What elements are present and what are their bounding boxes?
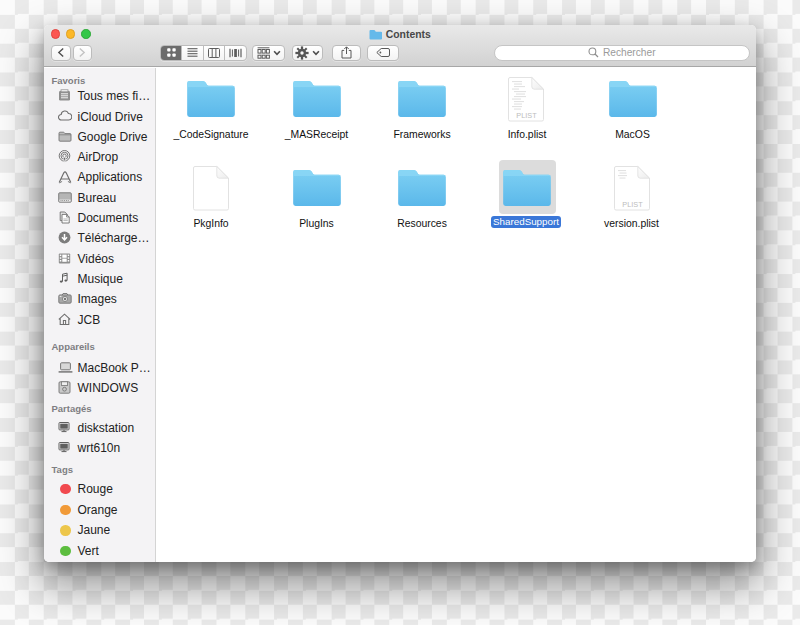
svg-text:PLIST: PLIST xyxy=(622,200,643,209)
svg-text:PLIST: PLIST xyxy=(516,111,537,120)
